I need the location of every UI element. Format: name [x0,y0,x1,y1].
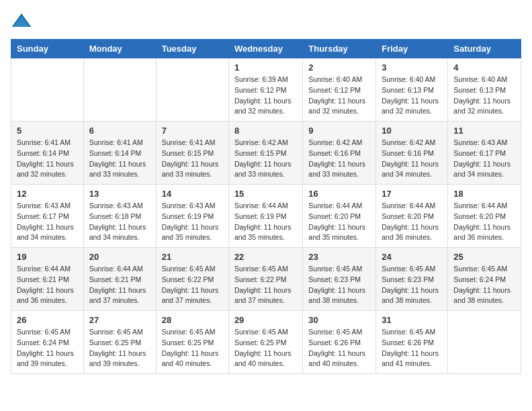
column-header-monday: Monday [83,40,156,58]
day-info: Sunrise: 6:45 AMSunset: 6:23 PMDaylight:… [382,264,442,306]
day-info: Sunrise: 6:45 AMSunset: 6:24 PMDaylight:… [453,264,515,306]
calendar-cell: 1Sunrise: 6:39 AMSunset: 6:12 PMDaylight… [228,58,302,122]
calendar-week-row: 19Sunrise: 6:44 AMSunset: 6:21 PMDayligh… [11,248,521,311]
calendar-header-row: SundayMondayTuesdayWednesdayThursdayFrid… [11,40,521,58]
column-header-sunday: Sunday [11,40,84,58]
day-info: Sunrise: 6:44 AMSunset: 6:21 PMDaylight:… [89,264,150,306]
day-number: 22 [234,252,297,262]
day-number: 26 [17,315,78,325]
calendar-cell: 28Sunrise: 6:45 AMSunset: 6:25 PMDayligh… [156,311,228,374]
day-number: 21 [162,252,223,262]
page-header [11,11,521,32]
day-info: Sunrise: 6:40 AMSunset: 6:13 PMDaylight:… [382,75,442,117]
column-header-thursday: Thursday [303,40,376,58]
calendar-cell: 13Sunrise: 6:43 AMSunset: 6:18 PMDayligh… [83,185,156,248]
calendar-cell: 18Sunrise: 6:44 AMSunset: 6:20 PMDayligh… [448,185,521,248]
day-info: Sunrise: 6:40 AMSunset: 6:13 PMDaylight:… [453,75,515,117]
calendar-week-row: 12Sunrise: 6:43 AMSunset: 6:17 PMDayligh… [11,185,521,248]
day-info: Sunrise: 6:42 AMSunset: 6:16 PMDaylight:… [308,138,370,180]
day-number: 17 [382,189,442,199]
calendar-cell [83,58,156,122]
day-number: 5 [17,126,78,136]
day-number: 24 [382,252,442,262]
calendar-cell: 21Sunrise: 6:45 AMSunset: 6:22 PMDayligh… [156,248,228,311]
day-info: Sunrise: 6:44 AMSunset: 6:19 PMDaylight:… [234,201,297,243]
calendar-cell: 4Sunrise: 6:40 AMSunset: 6:13 PMDaylight… [448,58,521,122]
day-number: 7 [162,126,223,136]
calendar-cell: 27Sunrise: 6:45 AMSunset: 6:25 PMDayligh… [83,311,156,374]
day-number: 3 [382,62,442,73]
day-number: 15 [234,189,297,199]
column-header-friday: Friday [376,40,448,58]
day-number: 25 [453,252,515,262]
calendar-table: SundayMondayTuesdayWednesdayThursdayFrid… [11,39,521,374]
day-info: Sunrise: 6:42 AMSunset: 6:15 PMDaylight:… [234,138,297,180]
day-number: 2 [308,62,370,73]
day-info: Sunrise: 6:42 AMSunset: 6:16 PMDaylight:… [382,138,442,180]
day-info: Sunrise: 6:45 AMSunset: 6:22 PMDaylight:… [162,264,223,306]
day-number: 28 [162,315,223,325]
day-info: Sunrise: 6:44 AMSunset: 6:20 PMDaylight:… [382,201,442,243]
day-info: Sunrise: 6:43 AMSunset: 6:18 PMDaylight:… [89,201,150,243]
calendar-cell: 29Sunrise: 6:45 AMSunset: 6:25 PMDayligh… [228,311,302,374]
calendar-cell: 10Sunrise: 6:42 AMSunset: 6:16 PMDayligh… [376,122,448,185]
day-number: 29 [234,315,297,325]
day-info: Sunrise: 6:45 AMSunset: 6:25 PMDaylight:… [89,327,150,369]
day-number: 20 [89,252,150,262]
day-number: 18 [453,189,515,199]
day-info: Sunrise: 6:44 AMSunset: 6:20 PMDaylight:… [308,201,370,243]
day-info: Sunrise: 6:45 AMSunset: 6:26 PMDaylight:… [308,327,370,369]
calendar-cell: 12Sunrise: 6:43 AMSunset: 6:17 PMDayligh… [11,185,84,248]
day-number: 6 [89,126,150,136]
calendar-cell: 19Sunrise: 6:44 AMSunset: 6:21 PMDayligh… [11,248,84,311]
column-header-saturday: Saturday [448,40,521,58]
calendar-cell: 9Sunrise: 6:42 AMSunset: 6:16 PMDaylight… [303,122,376,185]
day-number: 8 [234,126,297,136]
calendar-cell: 25Sunrise: 6:45 AMSunset: 6:24 PMDayligh… [448,248,521,311]
day-number: 23 [308,252,370,262]
day-info: Sunrise: 6:41 AMSunset: 6:14 PMDaylight:… [17,138,78,180]
calendar-cell: 26Sunrise: 6:45 AMSunset: 6:24 PMDayligh… [11,311,84,374]
day-number: 1 [234,62,297,73]
column-header-tuesday: Tuesday [156,40,228,58]
calendar-cell: 3Sunrise: 6:40 AMSunset: 6:13 PMDaylight… [376,58,448,122]
day-number: 10 [382,126,442,136]
calendar-cell: 24Sunrise: 6:45 AMSunset: 6:23 PMDayligh… [376,248,448,311]
day-info: Sunrise: 6:44 AMSunset: 6:20 PMDaylight:… [453,201,515,243]
calendar-cell: 14Sunrise: 6:43 AMSunset: 6:19 PMDayligh… [156,185,228,248]
calendar-cell [448,311,521,374]
calendar-cell: 2Sunrise: 6:40 AMSunset: 6:12 PMDaylight… [303,58,376,122]
calendar-cell: 16Sunrise: 6:44 AMSunset: 6:20 PMDayligh… [303,185,376,248]
day-info: Sunrise: 6:43 AMSunset: 6:17 PMDaylight:… [17,201,78,243]
day-info: Sunrise: 6:45 AMSunset: 6:25 PMDaylight:… [234,327,297,369]
calendar-cell: 30Sunrise: 6:45 AMSunset: 6:26 PMDayligh… [303,311,376,374]
calendar-cell: 22Sunrise: 6:45 AMSunset: 6:22 PMDayligh… [228,248,302,311]
calendar-cell: 6Sunrise: 6:41 AMSunset: 6:14 PMDaylight… [83,122,156,185]
calendar-cell: 23Sunrise: 6:45 AMSunset: 6:23 PMDayligh… [303,248,376,311]
day-info: Sunrise: 6:45 AMSunset: 6:25 PMDaylight:… [162,327,223,369]
calendar-cell: 20Sunrise: 6:44 AMSunset: 6:21 PMDayligh… [83,248,156,311]
calendar-cell [11,58,84,122]
day-number: 31 [382,315,442,325]
calendar-cell: 31Sunrise: 6:45 AMSunset: 6:26 PMDayligh… [376,311,448,374]
day-number: 9 [308,126,370,136]
day-number: 14 [162,189,223,199]
logo-icon [11,11,32,32]
calendar-week-row: 26Sunrise: 6:45 AMSunset: 6:24 PMDayligh… [11,311,521,374]
day-info: Sunrise: 6:39 AMSunset: 6:12 PMDaylight:… [234,75,297,117]
day-number: 4 [453,62,515,73]
day-number: 19 [17,252,78,262]
calendar-week-row: 1Sunrise: 6:39 AMSunset: 6:12 PMDaylight… [11,58,521,122]
day-info: Sunrise: 6:45 AMSunset: 6:22 PMDaylight:… [234,264,297,306]
calendar-cell [156,58,228,122]
logo [11,11,35,32]
calendar-cell: 11Sunrise: 6:43 AMSunset: 6:17 PMDayligh… [448,122,521,185]
day-number: 13 [89,189,150,199]
day-number: 30 [308,315,370,325]
calendar-cell: 15Sunrise: 6:44 AMSunset: 6:19 PMDayligh… [228,185,302,248]
calendar-cell: 7Sunrise: 6:41 AMSunset: 6:15 PMDaylight… [156,122,228,185]
column-header-wednesday: Wednesday [228,40,302,58]
day-info: Sunrise: 6:43 AMSunset: 6:19 PMDaylight:… [162,201,223,243]
day-number: 27 [89,315,150,325]
calendar-week-row: 5Sunrise: 6:41 AMSunset: 6:14 PMDaylight… [11,122,521,185]
